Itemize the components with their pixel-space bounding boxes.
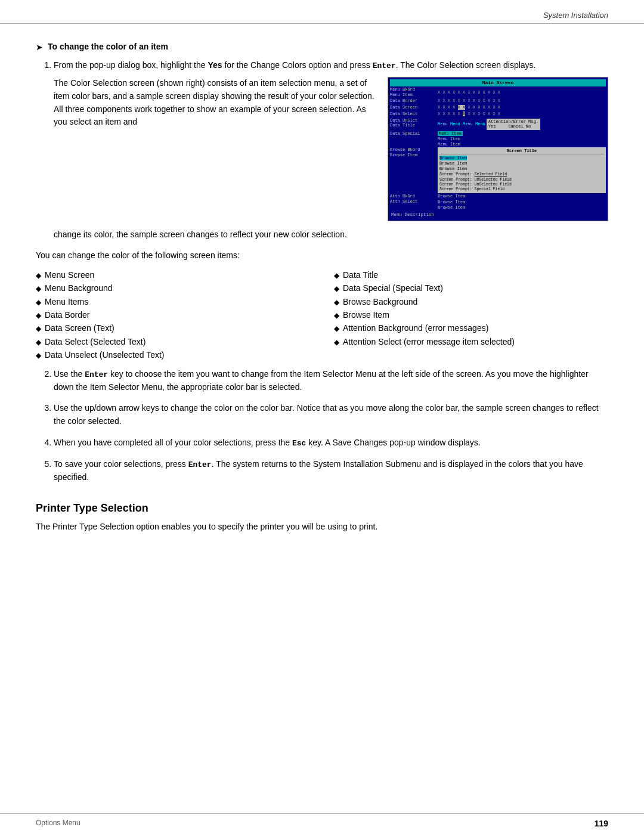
bullet-item: ◆ Data Screen (Text)	[36, 321, 310, 335]
page-header: System Installation	[0, 0, 644, 24]
bullet-item: ◆ Data Title	[334, 268, 608, 281]
step1-change-text: change its color, the sample screen chan…	[54, 228, 608, 241]
step1-yes: Yes	[208, 60, 222, 70]
bullet-text: Attention Select (error message item sel…	[343, 335, 515, 348]
diamond-icon: ◆	[334, 310, 339, 321]
terminal-xbar-row: Menu BkGrdMenu Item X X X X X X X X X X …	[390, 87, 606, 98]
terminal-footer: Menu Description	[390, 212, 606, 218]
footer-left-label: Options Menu	[36, 819, 80, 828]
bullet-item: ◆ Menu Items	[36, 295, 310, 308]
terminal-row3: Data Screen X X X X X X X X X X X X X	[390, 105, 606, 111]
bullet-text: Data Title	[343, 268, 378, 281]
bullet-col2: ◆ Data Title ◆ Data Special (Special Tex…	[334, 268, 608, 362]
diamond-icon: ◆	[36, 350, 41, 361]
bullet-item: ◆ Menu Screen	[36, 268, 310, 281]
step-3: Use the up/down arrow keys to change the…	[54, 402, 608, 428]
printer-section-title: Printer Type Selection	[36, 502, 608, 515]
you-can-change: You can change the color of the followin…	[36, 249, 608, 262]
bullet-item: ◆ Data Unselect (Unselected Text)	[36, 348, 310, 361]
bullet-item: ◆ Data Special (Special Text)	[334, 281, 608, 295]
content-with-image: The Color Selection screen (shown right)…	[54, 77, 608, 221]
bullet-item: ◆ Browse Item	[334, 308, 608, 321]
bullet-item: ◆ Attention Select (error message item s…	[334, 335, 608, 348]
step2-text: Use the Enter key to choose the item you…	[54, 369, 589, 392]
header-title: System Installation	[543, 11, 608, 20]
step3-text: Use the up/down arrow keys to change the…	[54, 403, 599, 426]
terminal-row8: Attn BkGrdAttn Select Browse Item Browse…	[390, 194, 606, 210]
section-heading-text: To change the color of an item	[48, 42, 168, 51]
terminal-row7: Browse BkGrdBrowse Item Screen Title Bro…	[390, 147, 606, 193]
terminal-title: Main Screen	[390, 79, 606, 86]
bullet-item: ◆ Browse Background	[334, 295, 608, 308]
steps-list-2: Use the Enter key to choose the item you…	[54, 368, 608, 484]
bullet-text: Data Select (Selected Text)	[45, 335, 145, 348]
printer-section-description: The Printer Type Selection option enable…	[36, 521, 608, 534]
diamond-icon: ◆	[36, 323, 41, 335]
step2-enter-kbd: Enter	[85, 370, 108, 379]
diamond-icon: ◆	[36, 310, 41, 321]
diamond-icon: ◆	[334, 270, 339, 281]
diamond-icon: ◆	[36, 270, 41, 281]
terminal-row4: Data Select X X X X X X X X X X X X X	[390, 112, 606, 117]
bullet-text: Browse Item	[343, 308, 389, 321]
page-footer: Options Menu 119	[0, 813, 644, 833]
diamond-icon: ◆	[334, 283, 339, 295]
step1-intro: From the pop-up dialog box, highlight th…	[54, 60, 535, 70]
step-1: From the pop-up dialog box, highlight th…	[54, 59, 608, 241]
bullet-col1: ◆ Menu Screen ◆ Menu Background ◆ Menu I…	[36, 268, 310, 362]
terminal-screenshot: Main Screen Menu BkGrdMenu Item X X X X …	[388, 77, 608, 221]
bullet-text: Data Special (Special Text)	[343, 281, 443, 295]
bullet-text: Menu Screen	[45, 268, 94, 281]
main-content: ➤ To change the color of an item From th…	[0, 24, 644, 557]
step-5: To save your color selections, press Ent…	[54, 458, 608, 484]
bullet-text: Data Unselect (Unselected Text)	[45, 348, 165, 361]
step5-enter-kbd: Enter	[188, 460, 212, 469]
step1-enter: Enter	[373, 61, 396, 70]
bullet-list: ◆ Menu Screen ◆ Menu Background ◆ Menu I…	[36, 268, 608, 362]
diamond-icon: ◆	[334, 337, 339, 348]
bullet-text: Browse Background	[343, 295, 417, 308]
step1-description: The Color Selection screen (shown right)…	[54, 77, 376, 129]
main-list: From the pop-up dialog box, highlight th…	[54, 59, 608, 241]
step-4: When you have completed all of your colo…	[54, 436, 608, 450]
terminal-row5: Data UnSlctData Title Menu Menu Menu Men…	[390, 118, 606, 131]
step4-text: When you have completed all of your colo…	[54, 438, 481, 447]
terminal-row6: Data Special Menu Item Menu Item Menu It…	[390, 131, 606, 147]
bullet-item: ◆ Data Border	[36, 308, 310, 321]
diamond-icon: ◆	[36, 337, 41, 348]
diamond-icon: ◆	[36, 283, 41, 295]
footer-page-number: 119	[595, 819, 608, 828]
bullet-text: Data Border	[45, 308, 89, 321]
diamond-icon: ◆	[334, 323, 339, 335]
diamond-icon: ◆	[36, 297, 41, 308]
bullet-item: ◆ Data Select (Selected Text)	[36, 335, 310, 348]
section-heading: ➤ To change the color of an item	[36, 42, 608, 52]
step-2: Use the Enter key to choose the item you…	[54, 368, 608, 394]
bullet-text: Menu Items	[45, 295, 88, 308]
bullet-text: Data Screen (Text)	[45, 321, 114, 335]
diamond-icon: ◆	[334, 297, 339, 308]
step1-text-block: The Color Selection screen (shown right)…	[54, 77, 376, 221]
bullet-item: ◆ Attention Background (error messages)	[334, 321, 608, 335]
terminal-row2: Data Border X X X X X X X X X X X X X	[390, 98, 606, 104]
step4-esc-kbd: Esc	[292, 439, 306, 448]
bullet-item: ◆ Menu Background	[36, 281, 310, 295]
arrow-marker: ➤	[36, 42, 43, 52]
step5-text: To save your color selections, press Ent…	[54, 459, 583, 482]
bullet-text: Menu Background	[45, 281, 113, 295]
bullet-text: Attention Background (error messages)	[343, 321, 488, 335]
